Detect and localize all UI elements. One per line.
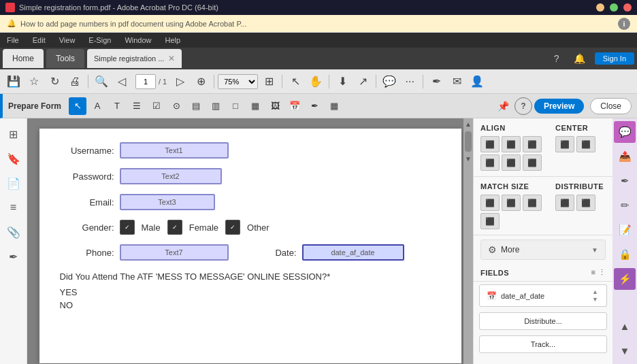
align-middle-btn[interactable]: ⬛ (502, 154, 521, 171)
fit-btn[interactable]: ⊞ (259, 72, 278, 91)
save-btn[interactable]: 💾 (4, 72, 23, 91)
match-width-btn[interactable]: ⬛ (480, 195, 500, 211)
checkbox-tool[interactable]: ☑ (148, 97, 165, 115)
mail-btn[interactable]: ✉ (447, 72, 466, 91)
right-scroll-down[interactable]: ▼ (614, 340, 636, 361)
menu-edit[interactable]: Edit (30, 35, 48, 46)
menu-help[interactable]: Help (163, 35, 184, 46)
female-checkbox[interactable]: ✓ (167, 220, 182, 235)
sidebar-layers-btn[interactable]: ≡ (3, 197, 24, 218)
male-checkbox[interactable]: ✓ (120, 220, 135, 235)
right-sign-btn[interactable]: ✒ (614, 170, 636, 192)
sign-btn[interactable]: ✒ (427, 72, 446, 91)
info-btn[interactable]: i (618, 18, 630, 30)
bookmark-btn[interactable]: ☆ (24, 72, 44, 91)
button-tool[interactable]: □ (227, 97, 244, 115)
cursor-btn[interactable]: ↖ (286, 72, 305, 91)
close-win-btn[interactable] (623, 3, 632, 12)
comment-btn[interactable]: 💬 (380, 72, 399, 91)
listbox-tool[interactable]: ▤ (187, 97, 205, 115)
align-left-btn[interactable]: ⬛ (480, 136, 500, 152)
right-share-btn[interactable]: 📤 (614, 146, 636, 167)
help-icon[interactable]: ? (514, 97, 532, 115)
right-fillsign-btn[interactable]: ✏ (614, 195, 636, 216)
textfield-tool[interactable]: T (108, 97, 126, 115)
match-both-btn[interactable]: ⬛ (523, 195, 542, 211)
page-number-input[interactable] (135, 74, 156, 89)
scroll-up-arrow[interactable]: ▲ (465, 118, 472, 130)
refresh-btn[interactable]: ↻ (45, 72, 64, 91)
bell-icon-btn[interactable]: 🔔 (572, 50, 588, 67)
sidebar-sign-btn[interactable]: ✒ (3, 246, 24, 267)
document-tab[interactable]: Simple registration ... ✕ (87, 49, 182, 68)
right-purple-btn[interactable]: ⚡ (614, 268, 636, 290)
track-button[interactable]: Track... (479, 335, 607, 353)
field-scroll[interactable]: ▲ ▼ (592, 288, 600, 303)
date-tool[interactable]: 📅 (286, 97, 304, 115)
share-btn[interactable]: ↗ (353, 72, 372, 91)
right-protect-btn[interactable]: 🔒 (614, 244, 636, 265)
email-field[interactable]: Text3 (120, 194, 215, 210)
align-bottom-btn[interactable]: ⬛ (523, 154, 542, 171)
pdf-scrollbar[interactable]: ▲ ▼ (463, 118, 473, 364)
username-field[interactable]: Text1 (120, 142, 229, 159)
text-tool[interactable]: A (88, 97, 106, 115)
maximize-btn[interactable] (610, 3, 618, 12)
download-btn[interactable]: ⬇ (333, 72, 352, 91)
phone-field[interactable]: Text7 (120, 244, 229, 261)
minimize-btn[interactable] (596, 3, 604, 12)
multiline-tool[interactable]: ☰ (128, 97, 146, 115)
field-item[interactable]: 📅 date_af_date ▲ ▼ (479, 284, 607, 307)
align-center-h-btn[interactable]: ⬛ (502, 136, 521, 152)
distribute-button[interactable]: Distribute... (479, 312, 607, 330)
match-btn4[interactable]: ⬛ (480, 213, 500, 229)
align-right-btn[interactable]: ⬛ (523, 136, 542, 152)
menu-esign[interactable]: E-Sign (86, 35, 114, 46)
radio-tool[interactable]: ⊙ (167, 97, 185, 115)
sidebar-pages-btn[interactable]: 📄 (3, 173, 24, 193)
menu-view[interactable]: View (56, 35, 78, 46)
prev-page-btn[interactable]: ◁ (112, 72, 131, 91)
next-page-btn[interactable]: ▷ (171, 72, 190, 91)
center-h-btn[interactable]: ⬛ (555, 136, 574, 152)
menu-file[interactable]: File (4, 35, 22, 46)
dropdown-tool[interactable]: ▥ (207, 97, 225, 115)
align-top-btn[interactable]: ⬛ (480, 154, 500, 171)
close-form-button[interactable]: Close (590, 98, 632, 114)
fields-sort-btn[interactable]: ≡ (591, 268, 595, 277)
scroll-thumb[interactable] (465, 131, 472, 152)
menu-window[interactable]: Window (122, 35, 154, 46)
help-icon-btn[interactable]: ? (549, 50, 565, 67)
right-scroll-up[interactable]: ▲ (614, 315, 636, 337)
sidebar-home-btn[interactable]: ⊞ (3, 124, 24, 144)
zoom-out-btn[interactable]: 🔍 (92, 72, 111, 91)
password-field[interactable]: Text2 (120, 168, 222, 184)
print-btn[interactable]: 🖨 (65, 72, 84, 91)
other-checkbox[interactable]: ✓ (225, 220, 240, 235)
center-v-btn[interactable]: ⬛ (576, 136, 595, 152)
field-tool2[interactable]: ▦ (246, 97, 264, 115)
home-tab[interactable]: Home (3, 49, 44, 68)
more-tools-btn[interactable]: ··· (400, 72, 419, 91)
sidebar-bookmark-btn[interactable]: 🔖 (3, 148, 24, 169)
tools-tab[interactable]: Tools (46, 49, 84, 68)
date-field[interactable]: date_af_date (302, 244, 404, 261)
barcode-tool[interactable]: ▦ (325, 97, 343, 115)
scroll-down-arrow[interactable]: ▼ (465, 153, 472, 165)
dist-h-btn[interactable]: ⬛ (555, 195, 574, 211)
right-comment-btn[interactable]: 💬 (614, 121, 636, 143)
preview-button[interactable]: Preview (534, 99, 584, 114)
zoom-in-btn[interactable]: ⊕ (191, 72, 210, 91)
match-height-btn[interactable]: ⬛ (502, 195, 521, 211)
arrow-tool[interactable]: ↖ (69, 97, 86, 115)
pin-icon[interactable]: 📌 (495, 97, 512, 115)
sign-in-button[interactable]: Sign In (595, 52, 634, 65)
account-btn[interactable]: 👤 (468, 72, 487, 91)
sign-field-tool[interactable]: ✒ (306, 97, 323, 115)
sidebar-attach-btn[interactable]: 📎 (3, 222, 24, 242)
right-form-btn[interactable]: 📝 (614, 219, 636, 241)
tab-close-icon[interactable]: ✕ (168, 54, 175, 63)
more-button[interactable]: ⚙ More ▼ (480, 239, 606, 260)
zoom-select[interactable]: 75% 100% 125% 150% (218, 74, 258, 89)
hand-btn[interactable]: ✋ (306, 72, 325, 91)
